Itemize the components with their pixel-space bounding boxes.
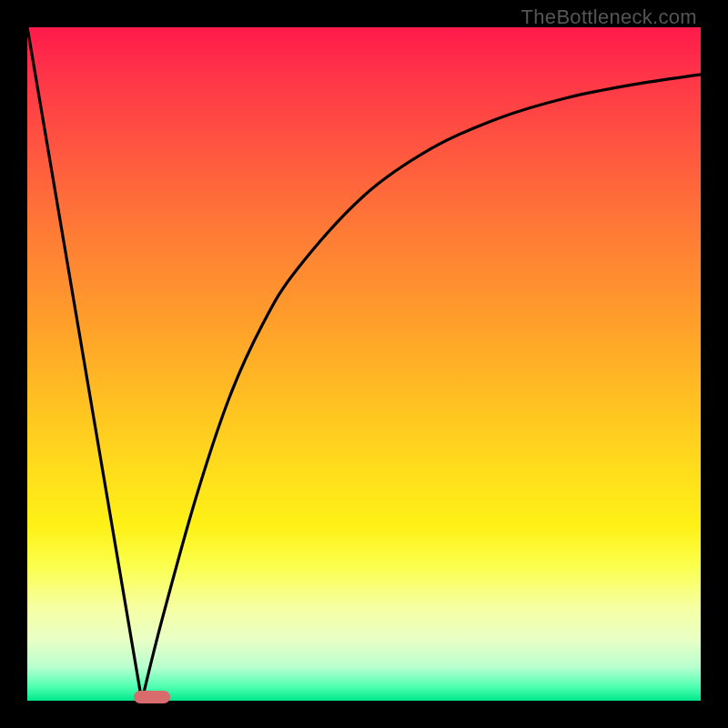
bottleneck-marker [134, 691, 171, 703]
curve-layer [27, 27, 701, 701]
watermark-text: TheBottleneck.com [521, 5, 697, 29]
plot-area [27, 27, 701, 701]
left-descent-line [27, 27, 142, 701]
chart-frame: TheBottleneck.com [0, 0, 728, 728]
right-recovery-curve [142, 75, 701, 701]
